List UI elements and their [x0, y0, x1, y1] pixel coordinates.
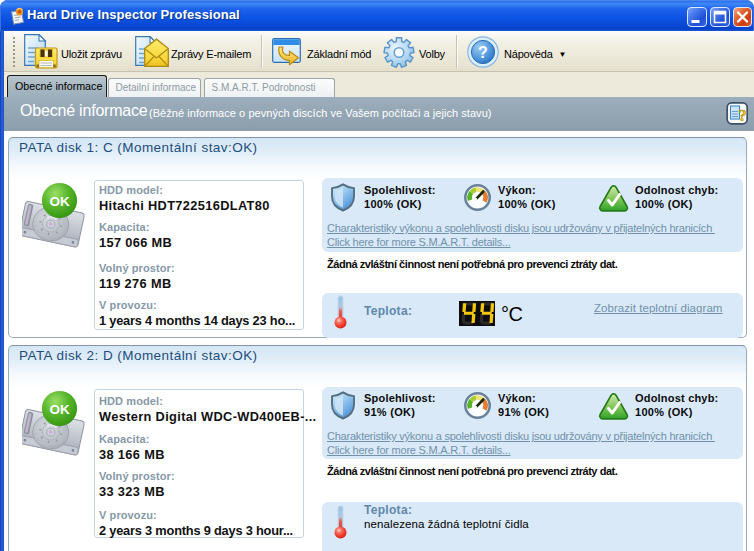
svg-text:?: ? [738, 106, 747, 125]
svg-text:?: ? [478, 44, 488, 61]
